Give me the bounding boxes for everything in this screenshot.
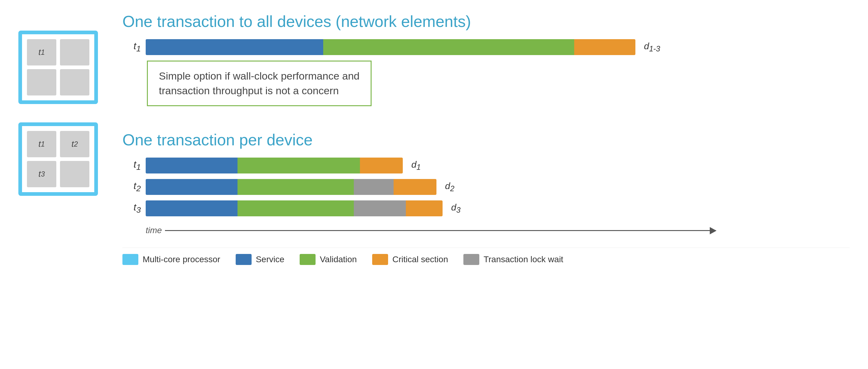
section2-end-t1: d1	[411, 159, 421, 172]
section2-end-t2: d2	[445, 181, 455, 193]
legend-label-validation: Validation	[320, 254, 357, 264]
s2t3-green	[238, 201, 354, 216]
legend-label-critical: Critical section	[392, 254, 448, 264]
s2t2-green	[238, 179, 354, 195]
legend-item-multicore: Multi-core processor	[122, 254, 220, 265]
s2t3-orange	[406, 201, 442, 216]
section1-title: One transaction to all devices (network …	[122, 12, 850, 31]
section2-label-t3: t3	[122, 202, 141, 215]
time-axis: time	[146, 225, 850, 235]
legend-swatch-critical	[372, 254, 388, 265]
section2-area: One transaction per device t1 d1 t2	[122, 131, 850, 235]
diagram-top-cell-4	[60, 69, 89, 95]
section2-row-t3: t3 d3	[122, 201, 850, 216]
section2-end-t3: d3	[451, 202, 461, 214]
legend-item-critical: Critical section	[372, 254, 448, 265]
section1-end-label-t1: d1-3	[644, 41, 660, 53]
legend-swatch-validation	[300, 254, 315, 265]
diagram-top-cell-2	[60, 39, 89, 65]
legend-label-lockwait: Transaction lock wait	[484, 254, 563, 264]
s2t1-blue	[146, 158, 238, 174]
diagram-top-cell-3	[27, 69, 56, 95]
right-content: One transaction to all devices (network …	[122, 12, 850, 360]
diagram-bottom-cell-4	[60, 161, 89, 187]
s2t2-gray	[354, 179, 394, 195]
note-text: Simple option if wall-clock performance …	[159, 69, 360, 98]
legend-swatch-multicore	[122, 254, 138, 265]
diagram-top: t1	[18, 31, 98, 104]
legend-label-multicore: Multi-core processor	[143, 254, 220, 264]
diagram-bottom-cell-1: t1	[27, 131, 56, 157]
legend-label-service: Service	[256, 254, 284, 264]
legend-item-lockwait: Transaction lock wait	[463, 254, 563, 265]
section1-row-t1: t1 d1-3	[122, 39, 850, 55]
section2-row-t1: t1 d1	[122, 158, 850, 174]
left-diagrams: t1 t1 t2 t3	[18, 12, 98, 360]
segment-green-s1	[323, 39, 574, 55]
legend: Multi-core processor Service Validation …	[122, 248, 850, 265]
s2t1-orange	[360, 158, 403, 174]
section2-title: One transaction per device	[122, 131, 850, 149]
legend-item-service: Service	[236, 254, 284, 265]
legend-swatch-lockwait	[463, 254, 479, 265]
s2t2-blue	[146, 179, 238, 195]
diagram-bottom: t1 t2 t3	[18, 122, 98, 196]
s2t3-gray	[354, 201, 406, 216]
section2-row-t2: t2 d2	[122, 179, 850, 195]
section2-bar-t2	[146, 179, 436, 195]
section2-bar-t1	[146, 158, 403, 174]
s2t1-green	[238, 158, 360, 174]
s2t2-orange	[394, 179, 436, 195]
segment-orange-s1	[574, 39, 636, 55]
section2-label-t2: t2	[122, 180, 141, 193]
section2-label-t1: t1	[122, 159, 141, 172]
s2t3-blue	[146, 201, 238, 216]
note-box: Simple option if wall-clock performance …	[147, 61, 372, 106]
legend-swatch-service	[236, 254, 252, 265]
section1-row-label-t1: t1	[122, 40, 141, 54]
diagram-bottom-cell-3: t3	[27, 161, 56, 187]
segment-blue-s1	[146, 39, 323, 55]
section2-bar-t3	[146, 201, 442, 216]
time-arrow	[165, 230, 716, 231]
time-label: time	[146, 225, 162, 235]
diagram-top-cell-1: t1	[27, 39, 56, 65]
section1-bar-t1	[146, 39, 636, 55]
section1-area: One transaction to all devices (network …	[122, 12, 850, 118]
diagram-bottom-cell-2: t2	[60, 131, 89, 157]
legend-item-validation: Validation	[300, 254, 357, 265]
main-container: t1 t1 t2 t3 One transaction to all devic…	[0, 0, 868, 369]
